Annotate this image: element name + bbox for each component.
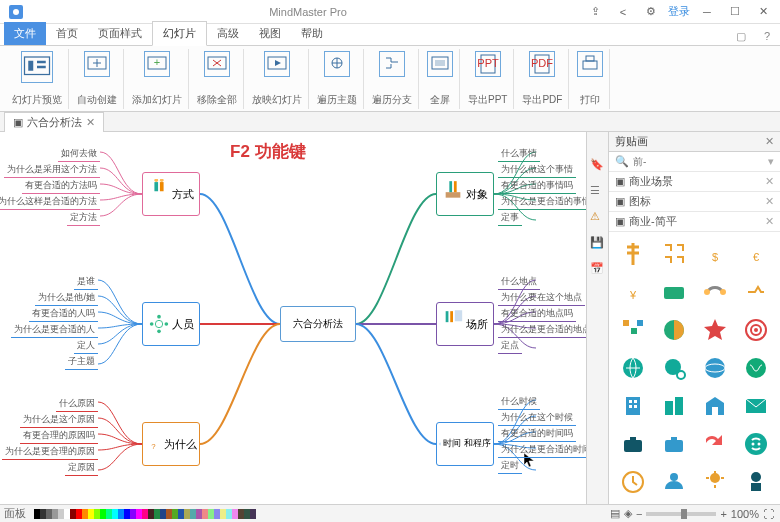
tab-view[interactable]: 视图	[249, 22, 291, 45]
document-tab[interactable]: ▣ 六合分析法 ✕	[4, 112, 104, 132]
leaf-topic[interactable]: 有更合适的事情吗	[498, 178, 576, 194]
clipart-item[interactable]	[698, 276, 733, 308]
color-swatch-strip[interactable]	[34, 509, 256, 519]
leaf-topic[interactable]: 定时	[498, 458, 522, 474]
leaf-topic[interactable]: 为什么是更合适的时间	[498, 442, 586, 458]
clipart-item[interactable]	[656, 390, 691, 422]
leaf-topic[interactable]: 为什么做这个事情	[498, 162, 576, 178]
node-object[interactable]: 对象	[436, 172, 494, 216]
node-people[interactable]: 人员	[142, 302, 200, 346]
leaf-topic[interactable]: 为什么是更合适的事情	[498, 194, 586, 210]
leaf-topic[interactable]: 为什么是更合适的地点	[498, 322, 586, 338]
clipart-item[interactable]	[739, 428, 774, 460]
help-icon[interactable]: ?	[758, 27, 776, 45]
vt-list-icon[interactable]: ☰	[590, 184, 606, 200]
maximize-button[interactable]: ☐	[724, 3, 746, 21]
clipart-item[interactable]	[656, 466, 691, 498]
clipart-item[interactable]	[615, 238, 650, 270]
tab-slideshow[interactable]: 幻灯片	[152, 21, 207, 46]
ribbon-traverse-branch[interactable]: 遍历分支	[366, 49, 419, 109]
clipart-item[interactable]	[698, 428, 733, 460]
clipart-item[interactable]	[656, 428, 691, 460]
clipart-item[interactable]: €	[739, 238, 774, 270]
collapse-ribbon-icon[interactable]: ▢	[732, 27, 750, 45]
share-icon[interactable]: ⇪	[584, 3, 606, 21]
leaf-topic[interactable]: 有更合适的时间吗	[498, 426, 576, 442]
fit-icon[interactable]: ◈	[624, 507, 632, 520]
leaf-topic[interactable]: 定方法	[67, 210, 100, 226]
clipart-item[interactable]	[698, 314, 733, 346]
sidebar-close-icon[interactable]: ✕	[765, 135, 774, 148]
ribbon-export-ppt[interactable]: PPT导出PPT	[462, 49, 514, 109]
leaf-topic[interactable]: 什么事情	[498, 146, 540, 162]
close-doc-icon[interactable]: ✕	[86, 116, 95, 129]
leaf-topic[interactable]: 为什么在这个时候	[498, 410, 576, 426]
leaf-topic[interactable]: 有更合理的原因吗	[20, 428, 98, 444]
clipart-item[interactable]	[615, 352, 650, 384]
tab-pagestyle[interactable]: 页面样式	[88, 22, 152, 45]
cloud-icon[interactable]: <	[612, 3, 634, 21]
leaf-topic[interactable]: 定事	[498, 210, 522, 226]
clipart-item[interactable]	[739, 390, 774, 422]
leaf-topic[interactable]: 为什么是采用这个方法	[4, 162, 100, 178]
ribbon-traverse-topic[interactable]: 遍历主题	[311, 49, 364, 109]
leaf-topic[interactable]: 有更合适的地点吗	[498, 306, 576, 322]
leaf-topic[interactable]: 如何去做	[58, 146, 100, 162]
color-swatch[interactable]	[250, 509, 256, 519]
leaf-topic[interactable]: 什么地点	[498, 274, 540, 290]
ribbon-play[interactable]: 放映幻灯片	[246, 49, 309, 109]
clipart-item[interactable]	[739, 466, 774, 498]
clipart-item[interactable]	[615, 314, 650, 346]
node-time[interactable]: 时间 和程序	[436, 422, 494, 466]
leaf-topic[interactable]: 定人	[74, 338, 98, 354]
mindmap-canvas[interactable]: F2 功能键 六合分析法 方式 人员 ?为什么 对象 场所 时间 和程序 如何去…	[0, 132, 586, 504]
clipart-item[interactable]	[739, 314, 774, 346]
leaf-topic[interactable]: 为什么这样是合适的方法	[0, 194, 100, 210]
expand-icon[interactable]: ⛶	[763, 508, 774, 520]
category-row[interactable]: ▣商业-简平✕	[609, 212, 780, 232]
tab-file[interactable]: 文件	[4, 22, 46, 45]
login-link[interactable]: 登录	[668, 4, 690, 19]
clipart-search-input[interactable]	[633, 156, 764, 167]
leaf-topic[interactable]: 有更合适的方法吗	[22, 178, 100, 194]
leaf-topic[interactable]: 什么时候	[498, 394, 540, 410]
category-row[interactable]: ▣商业场景✕	[609, 172, 780, 192]
tab-help[interactable]: 帮助	[291, 22, 333, 45]
clipart-item[interactable]	[656, 314, 691, 346]
clipart-item[interactable]	[615, 466, 650, 498]
minimize-button[interactable]: ─	[696, 3, 718, 21]
vt-tag-icon[interactable]: 🔖	[590, 158, 606, 174]
view-icon[interactable]: ▤	[610, 507, 620, 520]
leaf-topic[interactable]: 是谁	[74, 274, 98, 290]
cat-close-icon[interactable]: ✕	[765, 215, 774, 228]
vt-alert-icon[interactable]: ⚠	[590, 210, 606, 226]
leaf-topic[interactable]: 有更合适的人吗	[29, 306, 98, 322]
ribbon-print[interactable]: 打印	[571, 49, 610, 109]
clipart-item[interactable]: $	[698, 238, 733, 270]
ribbon-fullscreen[interactable]: 全屏	[421, 49, 460, 109]
close-button[interactable]: ✕	[752, 3, 774, 21]
clipart-item[interactable]	[698, 466, 733, 498]
vt-calendar-icon[interactable]: 📅	[590, 262, 606, 278]
clipart-item[interactable]	[615, 428, 650, 460]
ribbon-export-pdf[interactable]: PDF导出PDF	[516, 49, 569, 109]
leaf-topic[interactable]: 子主题	[65, 354, 98, 370]
clipart-item[interactable]: ¥	[615, 276, 650, 308]
cat-close-icon[interactable]: ✕	[765, 175, 774, 188]
zoom-out-button[interactable]: −	[636, 508, 642, 520]
leaf-topic[interactable]: 为什么是更合理的原因	[2, 444, 98, 460]
leaf-topic[interactable]: 为什么是他/她	[35, 290, 98, 306]
leaf-topic[interactable]: 为什么是更合适的人	[11, 322, 98, 338]
node-place[interactable]: 场所	[436, 302, 494, 346]
node-method[interactable]: 方式	[142, 172, 200, 216]
vt-save-icon[interactable]: 💾	[590, 236, 606, 252]
node-why[interactable]: ?为什么	[142, 422, 200, 466]
tab-home[interactable]: 首页	[46, 22, 88, 45]
ribbon-slide-preview[interactable]: 幻灯片预览	[6, 49, 69, 109]
category-row[interactable]: ▣图标✕	[609, 192, 780, 212]
ribbon-auto-create[interactable]: 自动创建	[71, 49, 124, 109]
zoom-slider[interactable]	[646, 512, 716, 516]
clipart-item[interactable]	[656, 352, 691, 384]
clipart-item[interactable]	[656, 238, 691, 270]
ribbon-remove-all[interactable]: 移除全部	[191, 49, 244, 109]
